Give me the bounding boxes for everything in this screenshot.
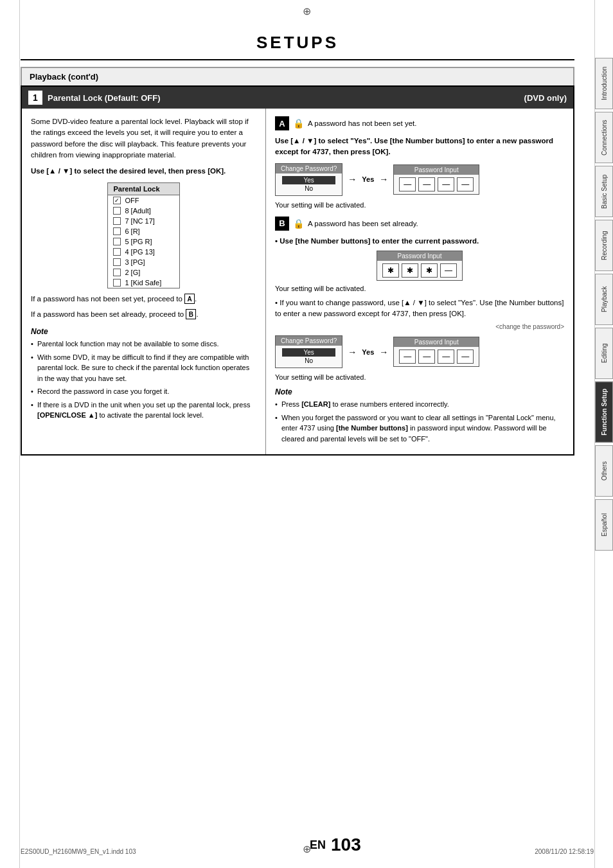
sidebar-tab-playback[interactable]: Playback bbox=[595, 274, 613, 325]
left-note-item-4: If there is a DVD in the unit when you s… bbox=[31, 400, 256, 421]
yes-text-b: Yes bbox=[362, 348, 374, 356]
password-field-a-3: — bbox=[438, 177, 454, 191]
checkbox-1 bbox=[113, 279, 121, 287]
scenario-b-label: B bbox=[275, 217, 289, 231]
section-header-title: Parental Lock (Default: OFF) bbox=[48, 93, 161, 103]
parental-lock-container: Parental Lock OFF 8 [Adult] bbox=[31, 180, 256, 288]
option-off: OFF bbox=[125, 197, 139, 204]
sidebar-tab-editing[interactable]: Editing bbox=[595, 328, 613, 379]
password-input-b-container: Password Input ✱ ✱ ✱ — bbox=[275, 251, 564, 281]
scenario-b-box: B 🔒 A password has been set already. bbox=[275, 217, 564, 231]
checkbox-2 bbox=[113, 269, 121, 276]
checkbox-8 bbox=[113, 207, 121, 215]
sidebar-tab-connections[interactable]: Connections bbox=[595, 112, 613, 163]
parental-lock-row-off: OFF bbox=[108, 195, 179, 206]
dialog-option-yes-a: Yes bbox=[282, 176, 335, 184]
parental-lock-row-8: 8 [Adult] bbox=[108, 206, 179, 216]
left-note-item-3: Record the password in case you forget i… bbox=[31, 386, 256, 397]
scenario-b-text: A password has been set already. bbox=[308, 220, 418, 227]
parental-lock-row-7: 7 [NC 17] bbox=[108, 216, 179, 226]
page-footer: E2S00UD_H2160MW9_EN_v1.indd 103 EN 103 2… bbox=[21, 835, 594, 855]
scenario-a-box: A 🔒 A password has not been set yet. bbox=[275, 116, 564, 130]
scenario-a-text: A password has not been set yet. bbox=[308, 120, 416, 127]
change-password-dialog-a: Change Password? Yes No bbox=[275, 163, 342, 196]
checkbox-5 bbox=[113, 238, 121, 245]
option-4: 4 [PG 13] bbox=[125, 248, 154, 256]
scenario-a-instruction: Use [▲ / ▼] to select "Yes". Use [the Nu… bbox=[275, 136, 564, 158]
change-password-label: <change the password> bbox=[275, 323, 564, 330]
activated-text-b2: Your setting will be activated. bbox=[275, 373, 564, 381]
arrow-right-a2: → bbox=[379, 174, 388, 184]
right-note-title: Note bbox=[275, 387, 564, 396]
password-fields-b: ✱ ✱ ✱ — bbox=[377, 261, 462, 280]
change-password-field-b-3: — bbox=[438, 350, 454, 364]
left-column: Some DVD-video feature a parental lock l… bbox=[22, 109, 266, 454]
sidebar-tab-function-setup[interactable]: Function Setup bbox=[595, 382, 613, 443]
left-note-section: Note Parental lock function may not be a… bbox=[31, 327, 256, 421]
right-sidebar: Introduction Connections Basic Setup Rec… bbox=[595, 58, 613, 551]
lock-icon-b: 🔒 bbox=[293, 218, 304, 229]
page-number-box: EN 103 bbox=[310, 835, 361, 855]
checkbox-7 bbox=[113, 217, 121, 225]
parental-lock-row-5: 5 [PG R] bbox=[108, 236, 179, 247]
change-password-field-b-1: — bbox=[399, 350, 416, 364]
en-label: EN bbox=[310, 838, 326, 852]
footer-file-info: E2S00UD_H2160MW9_EN_v1.indd 103 bbox=[21, 848, 136, 855]
option-2: 2 [G] bbox=[125, 269, 140, 276]
scenario-b-instruction: • Use [the Number buttons] to enter the … bbox=[275, 236, 564, 247]
option-6: 6 [R] bbox=[125, 227, 139, 235]
password-input-box-b: Password Input ✱ ✱ ✱ — bbox=[377, 251, 463, 281]
sidebar-tab-introduction[interactable]: Introduction bbox=[595, 58, 613, 109]
change-password-dialog-b-title: Change Password? bbox=[276, 336, 342, 346]
parental-lock-table: Parental Lock OFF 8 [Adult] bbox=[107, 182, 179, 288]
password-input-box-a: Password Input — — — — bbox=[393, 164, 479, 195]
option-1: 1 [Kid Safe] bbox=[125, 279, 161, 287]
section-header-dvd: (DVD only) bbox=[524, 93, 567, 103]
change-password-field-b-4: — bbox=[457, 350, 474, 364]
parental-lock-row-4: 4 [PG 13] bbox=[108, 247, 179, 257]
sidebar-tab-recording[interactable]: Recording bbox=[595, 220, 613, 271]
password-field-a-1: — bbox=[399, 177, 416, 191]
password-field-b-4: — bbox=[440, 263, 457, 278]
lock-icon-a: 🔒 bbox=[293, 118, 304, 128]
password-field-b-2: ✱ bbox=[402, 263, 418, 278]
sidebar-tab-espanol[interactable]: Español bbox=[595, 499, 613, 551]
left-note-item-2: With some DVD, it may be difficult to fi… bbox=[31, 352, 256, 384]
left-note-title: Note bbox=[31, 327, 256, 336]
section-header: 1 Parental Lock (Default: OFF) (DVD only… bbox=[22, 87, 573, 109]
page-number: 103 bbox=[331, 835, 361, 855]
change-password-fields-b: — — — — bbox=[394, 347, 479, 366]
change-password-instruction-b: • If you want to change password, use [▲… bbox=[275, 297, 564, 320]
parental-lock-header: Parental Lock bbox=[108, 183, 179, 195]
activated-text-b: Your setting will be activated. bbox=[275, 285, 564, 292]
change-password-dialog-b: Change Password? Yes No bbox=[275, 335, 342, 368]
change-password-input-box-b: Password Input — — — — bbox=[393, 337, 479, 367]
left-margin bbox=[19, 0, 20, 868]
sidebar-tab-others[interactable]: Others bbox=[595, 445, 613, 497]
change-password-input-title-b: Password Input bbox=[394, 337, 479, 347]
scenario-a-label: A bbox=[275, 116, 289, 130]
option-8: 8 [Adult] bbox=[125, 207, 150, 215]
proceed-a-text: If a password has not been set yet, proc… bbox=[31, 294, 256, 304]
ref-a: A bbox=[184, 294, 195, 304]
change-password-dialog-b-body: Yes No bbox=[276, 346, 342, 368]
checkbox-3 bbox=[113, 258, 121, 266]
right-note: Note Press [CLEAR] to erase numbers ente… bbox=[275, 387, 564, 444]
change-password-dialog-a-title: Change Password? bbox=[276, 164, 342, 173]
password-field-a-2: — bbox=[418, 177, 435, 191]
right-note-item-1: Press [CLEAR] to erase numbers entered i… bbox=[275, 399, 564, 410]
sidebar-tab-basic-setup[interactable]: Basic Setup bbox=[595, 166, 613, 217]
option-7: 7 [NC 17] bbox=[125, 217, 154, 225]
ref-b: B bbox=[186, 309, 196, 319]
password-field-b-3: ✱ bbox=[421, 263, 438, 278]
footer-date-info: 2008/11/20 12:58:19 bbox=[535, 848, 594, 855]
top-crosshair: ⊕ bbox=[0, 0, 613, 20]
yes-text-a: Yes bbox=[362, 175, 374, 183]
password-input-title-b: Password Input bbox=[377, 251, 462, 261]
option-5: 5 [PG R] bbox=[125, 238, 152, 245]
left-note-item-1: Parental lock function may not be availa… bbox=[31, 339, 256, 350]
arrow-right-b: → bbox=[348, 347, 357, 357]
option-3: 3 [PG] bbox=[125, 258, 145, 266]
dialog-option-yes-b: Yes bbox=[282, 348, 335, 357]
arrow-right-a: → bbox=[348, 174, 357, 184]
